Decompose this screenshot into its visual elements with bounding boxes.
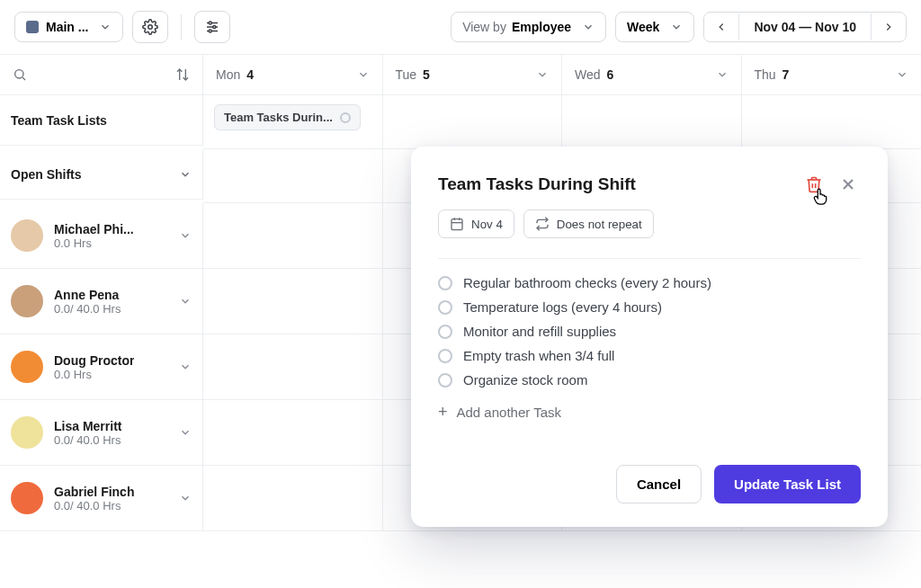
popover-title: Team Tasks During Shift: [438, 174, 792, 194]
location-label: Main ...: [46, 20, 88, 34]
repeat-selector[interactable]: Does not repeat: [523, 209, 654, 238]
divider: [438, 258, 861, 259]
day-header-mon[interactable]: Mon 4: [203, 55, 383, 94]
filters-button[interactable]: [194, 11, 230, 43]
period-value: Week: [627, 20, 659, 34]
grid-cell[interactable]: [203, 334, 383, 400]
task-item[interactable]: Regular bathroom checks (every 2 hours): [438, 275, 861, 290]
radio-icon: [438, 300, 452, 315]
svg-rect-11: [452, 219, 462, 230]
chevron-down-icon: [179, 168, 192, 181]
add-task-button[interactable]: + Add another Task: [438, 404, 861, 420]
grid-cell[interactable]: [203, 269, 383, 334]
grid-cell[interactable]: [383, 95, 563, 149]
svg-point-5: [213, 26, 216, 29]
section-header-team-task-lists: Team Task Lists: [0, 95, 203, 146]
task-checklist: Regular bathroom checks (every 2 hours) …: [438, 275, 861, 420]
chevron-down-icon: [99, 21, 112, 33]
settings-button[interactable]: [132, 11, 168, 43]
grid-cell[interactable]: [742, 95, 922, 149]
employee-name: Anne Pena: [54, 288, 121, 302]
radio-icon: [438, 373, 452, 388]
plus-icon: +: [438, 404, 448, 420]
period-selector[interactable]: Week: [615, 12, 694, 42]
chevron-down-icon: [179, 229, 192, 242]
grid-cell[interactable]: [562, 95, 742, 149]
cancel-button[interactable]: Cancel: [616, 465, 702, 503]
chevron-down-icon: [716, 68, 729, 81]
chevron-down-icon: [179, 426, 192, 439]
radio-icon: [438, 349, 452, 363]
avatar: [11, 285, 43, 317]
section-header-open-shifts[interactable]: Open Shifts: [0, 149, 203, 200]
viewby-label: View by: [462, 20, 506, 34]
search-icon[interactable]: [13, 67, 27, 82]
chevron-down-icon: [582, 21, 595, 33]
employee-hours: 0.0/ 40.0 Hrs: [54, 499, 134, 512]
chevron-down-icon: [179, 492, 192, 504]
grid-cell[interactable]: [203, 400, 383, 466]
chevron-down-icon: [536, 68, 549, 81]
employee-name: Doug Proctor: [54, 353, 134, 368]
viewby-value: Employee: [512, 20, 571, 34]
svg-point-4: [210, 22, 212, 24]
svg-point-6: [210, 30, 212, 32]
task-item[interactable]: Temperature logs (every 4 hours): [438, 299, 861, 315]
employee-row[interactable]: Lisa Merritt 0.0/ 40.0 Hrs: [0, 400, 203, 466]
repeat-label: Does not repeat: [557, 218, 642, 231]
status-ring-icon: [340, 112, 351, 123]
employee-hours: 0.0/ 40.0 Hrs: [54, 302, 121, 316]
employee-row[interactable]: Michael Phi... 0.0 Hrs: [0, 203, 203, 269]
grid-cell[interactable]: [203, 203, 383, 269]
location-selector[interactable]: Main ...: [14, 12, 123, 42]
chevron-down-icon: [896, 68, 908, 81]
radio-icon: [438, 325, 452, 339]
employee-name: Gabriel Finch: [54, 485, 134, 499]
avatar: [11, 219, 43, 252]
svg-point-0: [148, 25, 153, 30]
employee-row[interactable]: Gabriel Finch 0.0/ 40.0 Hrs: [0, 466, 203, 531]
column-headers: Mon 4 Tue 5 Wed 6 Thu 7: [0, 55, 921, 95]
location-color-icon: [26, 21, 39, 33]
svg-line-8: [22, 77, 25, 80]
task-item[interactable]: Monitor and refill supplies: [438, 324, 861, 339]
cursor-pointer-icon: [810, 186, 830, 206]
close-popover-button[interactable]: [836, 172, 861, 197]
sort-icon[interactable]: [175, 67, 190, 82]
employee-row[interactable]: Doug Proctor 0.0 Hrs: [0, 334, 203, 400]
avatar: [11, 482, 43, 514]
task-item[interactable]: Empty trash when 3/4 full: [438, 348, 861, 363]
employee-hours: 0.0 Hrs: [54, 368, 134, 381]
prev-week-button[interactable]: [704, 13, 739, 40]
grid-cell[interactable]: Team Tasks Durin...: [203, 95, 383, 149]
date-label: Nov 4: [471, 218, 503, 231]
employee-hours: 0.0/ 40.0 Hrs: [54, 433, 121, 447]
task-chip-label: Team Tasks Durin...: [224, 111, 333, 124]
sliders-icon: [204, 19, 220, 35]
task-item[interactable]: Organize stock room: [438, 372, 861, 388]
employee-row[interactable]: Anne Pena 0.0/ 40.0 Hrs: [0, 269, 203, 334]
avatar: [11, 351, 43, 383]
gear-icon: [142, 19, 158, 35]
day-header-wed[interactable]: Wed 6: [562, 55, 742, 94]
radio-icon: [438, 276, 452, 290]
date-range-label[interactable]: Nov 04 — Nov 10: [739, 13, 871, 41]
day-header-thu[interactable]: Thu 7: [742, 55, 922, 94]
task-list-chip[interactable]: Team Tasks Durin...: [214, 104, 361, 130]
update-task-list-button[interactable]: Update Task List: [714, 465, 861, 503]
date-picker-button[interactable]: Nov 4: [438, 209, 514, 238]
chevron-down-icon: [670, 21, 683, 33]
grid-cell[interactable]: [203, 149, 383, 203]
grid-cell[interactable]: [203, 466, 383, 531]
employee-hours: 0.0 Hrs: [54, 236, 134, 250]
employee-name: Michael Phi...: [54, 222, 134, 236]
chevron-down-icon: [357, 68, 370, 81]
view-by-selector[interactable]: View by Employee: [451, 12, 606, 42]
chevron-down-icon: [179, 361, 192, 373]
toolbar-separator: [181, 14, 182, 40]
delete-task-list-button[interactable]: [805, 175, 823, 193]
top-toolbar: Main ... View by Employee Week N: [0, 0, 921, 55]
svg-point-7: [15, 70, 23, 78]
next-week-button[interactable]: [871, 13, 906, 40]
day-header-tue[interactable]: Tue 5: [383, 55, 563, 94]
